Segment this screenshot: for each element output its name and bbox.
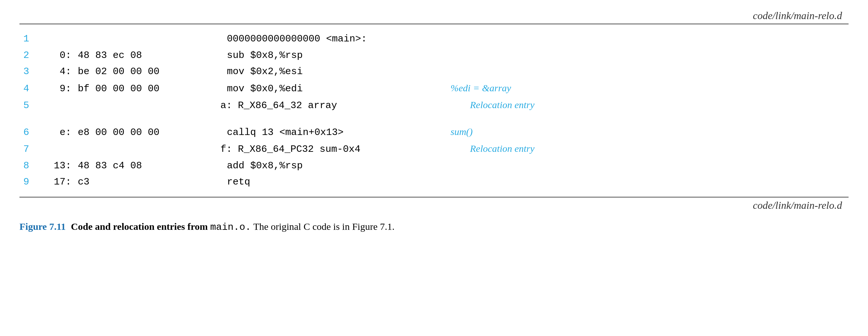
reloc-comment-2: Relocation entry xyxy=(460,141,534,156)
offset-6: e: xyxy=(39,125,71,140)
figure-caption: Figure 7.11 Code and relocation entries … xyxy=(20,221,848,233)
bytes-4: bf 00 00 00 00 xyxy=(71,81,220,97)
code-block: 1 0000000000000000 <main>: 2 0: 48 83 ec… xyxy=(20,24,848,197)
instruction-9: retq xyxy=(220,174,441,190)
line-num-1: 1 xyxy=(20,31,39,46)
instruction-1: 0000000000000000 <main>: xyxy=(220,31,441,46)
bytes-8: 48 83 c4 08 xyxy=(71,158,220,173)
reloc-content-2: f: R_X86_64_PC32 sum-0x4 xyxy=(220,142,460,157)
offset-3: 4: xyxy=(39,64,71,79)
line-num-3: 3 xyxy=(20,64,39,79)
file-label-bottom: code/link/main-relo.d xyxy=(753,199,842,211)
reloc-line-num-1: 5 xyxy=(20,98,39,113)
figure-text: Code and relocation entries from main.o.… xyxy=(71,221,395,233)
bytes-6: e8 00 00 00 00 xyxy=(71,125,220,140)
code-row-4: 4 9: bf 00 00 00 00 mov $0x0,%edi %edi =… xyxy=(20,80,848,97)
line-num-8: 8 xyxy=(20,158,39,173)
spacer-1 xyxy=(20,114,848,124)
line-num-4: 4 xyxy=(20,81,39,97)
code-row-1: 1 0000000000000000 <main>: xyxy=(20,31,848,47)
instruction-2: sub $0x8,%rsp xyxy=(220,48,441,63)
offset-2: 0: xyxy=(39,48,71,63)
reloc-content-1: a: R_X86_64_32 array xyxy=(220,98,460,113)
instruction-8: add $0x8,%rsp xyxy=(220,158,441,173)
instruction-6: callq 13 <main+0x13> xyxy=(220,125,441,140)
line-num-6: 6 xyxy=(20,125,39,140)
code-row-2: 2 0: 48 83 ec 08 sub $0x8,%rsp xyxy=(20,47,848,64)
bottom-rule xyxy=(20,197,848,197)
code-row-9: 9 17: c3 retq xyxy=(20,174,848,190)
figure-label: Figure 7.11 xyxy=(20,221,66,232)
reloc-row-2: 7 f: R_X86_64_PC32 sum-0x4 Relocation en… xyxy=(20,140,848,158)
comment-6: sum() xyxy=(441,124,472,139)
offset-4: 9: xyxy=(39,81,71,97)
code-row-6: 6 e: e8 00 00 00 00 callq 13 <main+0x13>… xyxy=(20,124,848,141)
offset-9: 17: xyxy=(39,174,71,190)
code-row-3: 3 4: be 02 00 00 00 mov $0x2,%esi xyxy=(20,63,848,80)
bytes-3: be 02 00 00 00 xyxy=(71,64,220,79)
comment-4: %edi = &array xyxy=(441,80,511,96)
file-label-top: code/link/main-relo.d xyxy=(20,10,848,22)
bottom-file-row: code/link/main-relo.d xyxy=(20,199,848,211)
figure-code: main.o. xyxy=(210,222,251,233)
figure-bold-text: Code and relocation entries from xyxy=(71,221,208,232)
line-num-2: 2 xyxy=(20,48,39,63)
code-row-8: 8 13: 48 83 c4 08 add $0x8,%rsp xyxy=(20,158,848,174)
reloc-line-num-2: 7 xyxy=(20,142,39,157)
bytes-9: c3 xyxy=(71,174,220,190)
instruction-3: mov $0x2,%esi xyxy=(220,64,441,79)
reloc-row-1: 5 a: R_X86_64_32 array Relocation entry xyxy=(20,97,848,114)
reloc-comment-1: Relocation entry xyxy=(460,97,534,113)
bytes-2: 48 83 ec 08 xyxy=(71,48,220,63)
offset-8: 13: xyxy=(39,158,71,173)
instruction-4: mov $0x0,%edi xyxy=(220,81,441,97)
line-num-9: 9 xyxy=(20,174,39,190)
figure-rest: The original C code is in Figure 7.1. xyxy=(253,221,395,232)
